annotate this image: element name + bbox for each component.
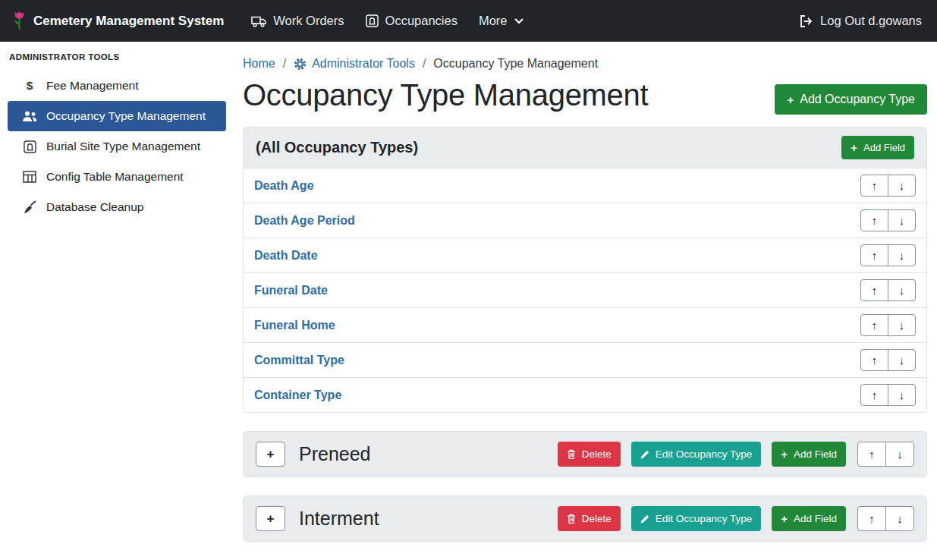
arrow-up-icon: ↑ <box>872 249 878 262</box>
reorder-buttons: ↑ ↓ <box>860 209 916 231</box>
move-down-button[interactable]: ↓ <box>885 442 914 467</box>
occupancy-type-section-interment: + Interment Delete Edit Occupancy Type +… <box>243 496 927 542</box>
move-down-button[interactable]: ↓ <box>888 314 916 336</box>
reorder-buttons: ↑ ↓ <box>860 314 916 336</box>
arrow-down-icon: ↓ <box>899 214 905 227</box>
arrow-up-icon: ↑ <box>872 319 878 332</box>
plus-icon: + <box>781 513 788 524</box>
move-down-button[interactable]: ↓ <box>888 279 916 301</box>
headstone-icon <box>366 14 379 27</box>
move-up-button[interactable]: ↑ <box>857 506 886 531</box>
field-row: Death Age Period ↑ ↓ <box>244 203 926 238</box>
field-row: Death Date ↑ ↓ <box>244 238 926 272</box>
field-link[interactable]: Death Date <box>254 249 318 263</box>
logout-icon <box>800 15 813 27</box>
arrow-down-icon: ↓ <box>899 284 905 297</box>
expand-button[interactable]: + <box>256 506 285 531</box>
dollar-icon: $ <box>21 79 38 93</box>
nav-more[interactable]: More <box>479 14 524 28</box>
move-up-button[interactable]: ↑ <box>860 349 888 371</box>
move-up-button[interactable]: ↑ <box>860 244 888 266</box>
field-link[interactable]: Container Type <box>254 389 341 402</box>
arrow-up-icon: ↑ <box>869 448 875 461</box>
plus-icon: + <box>781 448 788 460</box>
arrow-down-icon: ↓ <box>899 389 905 401</box>
edit-occupancy-type-label: Edit Occupancy Type <box>656 448 752 460</box>
breadcrumb-admin-tools-label: Administrator Tools <box>312 57 415 71</box>
field-link[interactable]: Committal Type <box>254 354 344 367</box>
pencil-icon <box>640 450 649 459</box>
move-up-button[interactable]: ↑ <box>857 442 886 467</box>
move-up-button[interactable]: ↑ <box>860 209 888 231</box>
arrow-down-icon: ↓ <box>899 319 905 332</box>
reorder-buttons: ↑ ↓ <box>857 442 914 467</box>
sidebar-item-database-cleanup[interactable]: Database Cleanup <box>8 192 226 222</box>
truck-icon <box>251 15 266 27</box>
sidebar-item-config-table-management[interactable]: Config Table Management <box>8 162 226 192</box>
plus-icon: + <box>851 142 857 153</box>
move-down-button[interactable]: ↓ <box>888 384 916 406</box>
trash-icon <box>567 514 576 524</box>
sidebar-item-burial-site-type-management[interactable]: Burial Site Type Management <box>8 131 226 162</box>
logout-button[interactable]: Log Out d.gowans <box>800 14 922 28</box>
add-occupancy-type-label: Add Occupancy Type <box>800 93 915 106</box>
arrow-up-icon: ↑ <box>872 179 878 192</box>
move-up-button[interactable]: ↑ <box>860 384 888 406</box>
field-row: Funeral Home ↑ ↓ <box>244 307 926 342</box>
field-link[interactable]: Funeral Date <box>254 284 328 297</box>
sidebar-item-occupancy-type-management[interactable]: Occupancy Type Management <box>8 101 226 131</box>
move-down-button[interactable]: ↓ <box>888 349 916 371</box>
delete-button[interactable]: Delete <box>558 442 621 467</box>
trash-icon <box>567 449 576 459</box>
field-link[interactable]: Death Age <box>254 179 314 193</box>
move-up-button[interactable]: ↑ <box>860 175 888 197</box>
reorder-buttons: ↑ ↓ <box>860 349 916 371</box>
expand-button[interactable]: + <box>256 442 285 467</box>
add-occupancy-type-button[interactable]: + Add Occupancy Type <box>775 84 927 115</box>
sidebar-item-fee-management[interactable]: $ Fee Management <box>8 71 226 101</box>
all-occupancy-types-header: (All Occupancy Types) + Add Field <box>244 127 926 168</box>
arrow-up-icon: ↑ <box>869 512 875 525</box>
arrow-up-icon: ↑ <box>872 214 878 227</box>
headstone-icon <box>21 140 38 153</box>
delete-label: Delete <box>582 448 612 460</box>
add-field-button[interactable]: + Add Field <box>772 442 846 467</box>
delete-label: Delete <box>582 513 612 524</box>
reorder-buttons: ↑ ↓ <box>860 175 916 197</box>
top-navbar: Cemetery Management System Work Orders O… <box>0 0 937 42</box>
sidebar-item-label: Occupancy Type Management <box>46 109 206 123</box>
move-down-button[interactable]: ↓ <box>888 244 916 266</box>
move-up-button[interactable]: ↑ <box>860 314 888 336</box>
arrow-down-icon: ↓ <box>897 512 903 525</box>
field-link[interactable]: Funeral Home <box>254 319 335 332</box>
breadcrumb-home-link[interactable]: Home <box>243 57 275 71</box>
sidebar-item-label: Database Cleanup <box>46 200 143 214</box>
nav-work-orders-label: Work Orders <box>273 14 344 28</box>
add-field-button[interactable]: + Add Field <box>772 506 846 531</box>
nav-more-label: More <box>479 14 508 28</box>
nav-occupancies-label: Occupancies <box>385 14 457 28</box>
reorder-buttons: ↑ ↓ <box>860 244 916 266</box>
move-down-button[interactable]: ↓ <box>885 506 914 531</box>
edit-occupancy-type-button[interactable]: Edit Occupancy Type <box>631 506 761 531</box>
sidebar-item-label: Fee Management <box>46 79 139 93</box>
breadcrumb-separator: / <box>423 57 426 71</box>
move-up-button[interactable]: ↑ <box>860 279 888 301</box>
brand[interactable]: Cemetery Management System <box>12 11 224 31</box>
arrow-down-icon: ↓ <box>899 354 905 367</box>
move-down-button[interactable]: ↓ <box>888 209 916 231</box>
delete-button[interactable]: Delete <box>558 506 621 531</box>
nav-occupancies[interactable]: Occupancies <box>366 14 457 28</box>
occupancy-type-section-preneed: + Preneed Delete Edit Occupancy Type + A… <box>243 431 927 477</box>
move-down-button[interactable]: ↓ <box>888 175 916 197</box>
add-field-button[interactable]: + Add Field <box>841 136 914 159</box>
sidebar-item-label: Burial Site Type Management <box>46 140 200 153</box>
breadcrumb-admin-tools-link[interactable]: Administrator Tools <box>294 57 415 71</box>
sidebar-item-label: Config Table Management <box>46 170 184 184</box>
add-field-label: Add Field <box>794 513 837 524</box>
field-link[interactable]: Death Age Period <box>254 214 355 228</box>
edit-occupancy-type-button[interactable]: Edit Occupancy Type <box>631 442 761 467</box>
field-row: Committal Type ↑ ↓ <box>244 342 926 377</box>
breadcrumb: Home / Administrator Tools / Occupancy T… <box>243 57 927 71</box>
nav-work-orders[interactable]: Work Orders <box>251 14 344 28</box>
